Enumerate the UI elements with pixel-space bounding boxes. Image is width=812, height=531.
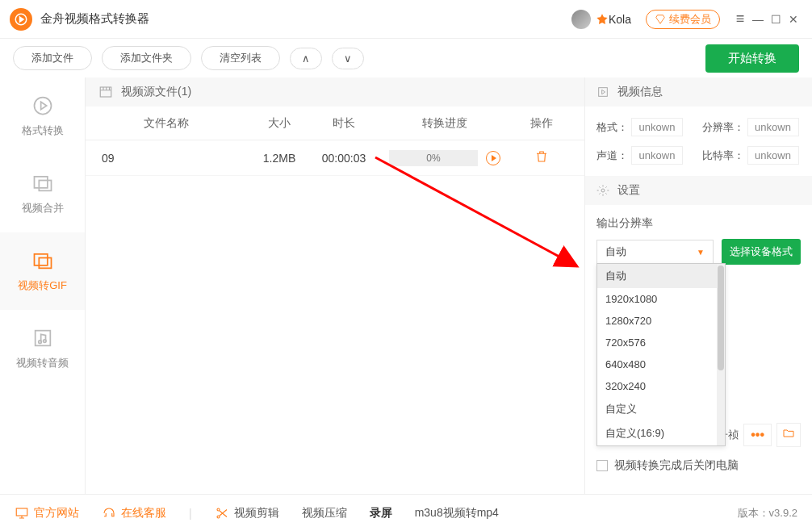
add-file-button[interactable]: 添加文件 (13, 46, 92, 70)
video-info-header: 视频信息 (585, 77, 812, 107)
start-convert-button[interactable]: 开始转换 (705, 44, 799, 73)
settings-header: 设置 (585, 176, 812, 205)
svg-rect-6 (35, 331, 50, 346)
video-edit-link[interactable]: 视频剪辑 (215, 506, 279, 521)
m3u8-link[interactable]: m3u8视频转mp4 (415, 506, 499, 521)
version-label: 版本：v3.9.2 (738, 506, 797, 521)
main-area: 格式转换 视频合并 视频转GIF 视频转音频 视频源文件(1) 文件名称 大小 … (0, 77, 812, 494)
file-panel: 视频源文件(1) 文件名称 大小 时长 转换进度 操作 09 1.2MB 00:… (86, 77, 584, 494)
output-res-label: 输出分辨率 (596, 216, 801, 231)
monitor-icon (15, 506, 29, 521)
close-button[interactable]: ✕ (785, 13, 802, 26)
vip-badge-icon (596, 13, 609, 26)
scissors-icon (215, 506, 229, 521)
renew-button[interactable]: 续费会员 (646, 10, 720, 29)
dropdown-option[interactable]: 自定义(16:9) (597, 421, 725, 445)
add-folder-button[interactable]: 添加文件夹 (102, 46, 191, 70)
dropdown-option[interactable]: 1280x720 (597, 310, 725, 332)
file-panel-header: 视频源文件(1) (86, 77, 584, 107)
video-info-grid: 格式：unkown 分辨率：unkown 声道：unkown 比特率：unkow… (585, 107, 812, 176)
table-row[interactable]: 09 1.2MB 00:00:03 0% (86, 140, 584, 176)
video-compress-link[interactable]: 视频压缩 (302, 506, 347, 521)
row-dur: 00:00:03 (312, 152, 376, 165)
film-icon (98, 85, 113, 99)
headset-icon (102, 506, 116, 521)
merge-icon (31, 172, 54, 194)
sidebar-item-merge[interactable]: 视频合并 (0, 155, 85, 232)
svg-point-8 (43, 340, 46, 343)
footer: 官方网站 在线客服 | 视频剪辑 视频压缩 录屏 m3u8视频转mp4 版本：v… (0, 494, 812, 531)
screen-record-link[interactable]: 录屏 (370, 506, 392, 521)
col-prog: 转换进度 (376, 116, 513, 131)
shutdown-row: 视频转换完成后关闭电脑 (596, 458, 739, 473)
gif-icon (31, 249, 54, 272)
diamond-icon (655, 14, 666, 25)
renew-label: 续费会员 (669, 12, 711, 27)
dropdown-option[interactable]: 720x576 (597, 332, 725, 353)
move-up-button[interactable]: ∧ (290, 48, 322, 69)
titlebar: 金舟视频格式转换器 Kola 续费会员 ≡ — ☐ ✕ (0, 0, 812, 39)
format-value: unkown (631, 118, 683, 136)
resolution-dropdown: 自动 1920x1080 1280x720 720x576 640x480 32… (596, 263, 726, 446)
row-progress: 0% (376, 150, 513, 166)
dropdown-option[interactable]: 1920x1080 (597, 288, 725, 310)
sidebar: 格式转换 视频合并 视频转GIF 视频转音频 (0, 77, 86, 494)
folder-icon (782, 427, 795, 440)
col-op: 操作 (513, 116, 570, 131)
open-folder-button[interactable] (776, 423, 801, 447)
delete-button[interactable] (513, 149, 570, 166)
channel-value: unkown (631, 146, 683, 165)
res-value: unkown (747, 118, 799, 136)
svg-point-14 (217, 508, 220, 511)
svg-rect-3 (39, 181, 51, 191)
app-logo-icon (10, 8, 32, 31)
table-header: 文件名称 大小 时长 转换进度 操作 (86, 107, 584, 140)
more-button[interactable]: ••• (743, 424, 772, 446)
sidebar-item-gif[interactable]: 视频转GIF (0, 232, 85, 310)
gear-icon (596, 184, 609, 197)
official-site-link[interactable]: 官方网站 (15, 506, 79, 521)
col-name: 文件名称 (86, 116, 247, 131)
dropdown-option[interactable]: 自动 (597, 264, 725, 288)
svg-point-11 (601, 189, 605, 192)
user-name: Kola (609, 13, 631, 26)
svg-rect-13 (16, 508, 27, 516)
bitrate-value: unkown (747, 146, 799, 165)
chevron-down-icon: ▼ (697, 248, 705, 257)
move-down-button[interactable]: ∨ (332, 48, 364, 69)
maximize-button[interactable]: ☐ (767, 13, 785, 26)
toolbar: 添加文件 添加文件夹 清空列表 ∧ ∨ 开始转换 (0, 39, 812, 77)
svg-point-15 (217, 516, 220, 518)
dropdown-option[interactable]: 320x240 (597, 375, 725, 397)
svg-point-1 (34, 98, 51, 115)
svg-rect-4 (34, 254, 47, 266)
info-icon (596, 86, 609, 98)
clear-list-button[interactable]: 清空列表 (201, 46, 280, 70)
menu-icon[interactable]: ≡ (731, 10, 749, 27)
dropdown-option[interactable]: 640x480 (597, 353, 725, 375)
row-name: 09 (86, 152, 247, 165)
minimize-button[interactable]: — (749, 13, 767, 26)
svg-rect-10 (599, 88, 608, 97)
right-panel: 视频信息 格式：unkown 分辨率：unkown 声道：unkown 比特率：… (584, 77, 812, 494)
svg-rect-5 (39, 258, 51, 269)
sidebar-item-format[interactable]: 格式转换 (0, 77, 85, 155)
device-format-button[interactable]: 选择设备格式 (722, 239, 801, 265)
row-size: 1.2MB (247, 152, 312, 165)
settings-body: 输出分辨率 自动 ▼ 选择设备格式 自动 1920x1080 1280x720 … (585, 205, 812, 494)
progress-bar: 0% (389, 150, 478, 166)
svg-point-7 (38, 341, 41, 344)
sidebar-item-audio[interactable]: 视频转音频 (0, 310, 85, 387)
trash-icon (534, 149, 549, 164)
shutdown-checkbox[interactable] (596, 460, 608, 471)
dropdown-scrollbar[interactable] (717, 264, 725, 445)
audio-icon (31, 327, 54, 349)
app-title: 金舟视频格式转换器 (40, 11, 149, 27)
avatar[interactable] (571, 10, 591, 29)
col-dur: 时长 (312, 116, 376, 131)
format-icon (31, 94, 54, 117)
play-icon[interactable] (486, 151, 500, 165)
resolution-select[interactable]: 自动 ▼ (596, 240, 714, 264)
dropdown-option[interactable]: 自定义 (597, 397, 725, 421)
online-service-link[interactable]: 在线客服 (102, 506, 166, 521)
